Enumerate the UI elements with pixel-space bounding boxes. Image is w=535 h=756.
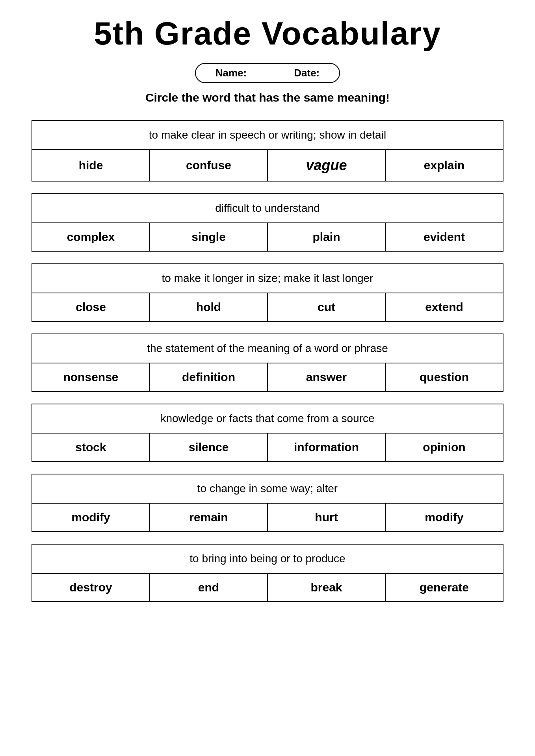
name-date-row: Name: Date: xyxy=(32,63,503,83)
instructions: Circle the word that has the same meanin… xyxy=(32,91,503,104)
vocab-table-7: to bring into being or to producedestroy… xyxy=(32,544,503,602)
page-title: 5th Grade Vocabulary xyxy=(32,16,503,51)
vocab-table-4: the statement of the meaning of a word o… xyxy=(32,334,503,392)
answer-5-2[interactable]: silence xyxy=(150,433,268,461)
answer-5-4[interactable]: opinion xyxy=(385,433,503,461)
answer-2-1[interactable]: complex xyxy=(32,223,150,251)
answer-2-2[interactable]: single xyxy=(150,223,268,251)
answer-4-2[interactable]: definition xyxy=(150,363,268,391)
answer-6-1[interactable]: modify xyxy=(32,503,150,532)
answer-3-4[interactable]: extend xyxy=(385,293,503,321)
answer-7-3[interactable]: break xyxy=(268,573,385,602)
definition-5: knowledge or facts that come from a sour… xyxy=(32,404,503,433)
name-date-box: Name: Date: xyxy=(195,63,340,83)
answer-2-4[interactable]: evident xyxy=(385,223,503,251)
answer-1-3[interactable]: vague xyxy=(268,150,385,181)
definition-7: to bring into being or to produce xyxy=(32,544,503,573)
date-label: Date: xyxy=(294,67,320,79)
vocab-table-1: to make clear in speech or writing; show… xyxy=(32,120,503,182)
definition-1: to make clear in speech or writing; show… xyxy=(32,120,503,150)
answer-7-4[interactable]: generate xyxy=(385,573,503,602)
vocab-table-3: to make it longer in size; make it last … xyxy=(32,263,503,322)
answer-7-1[interactable]: destroy xyxy=(32,573,150,602)
answer-3-3[interactable]: cut xyxy=(268,293,385,321)
definition-2: difficult to understand xyxy=(32,194,503,223)
answer-4-4[interactable]: question xyxy=(385,363,503,391)
answer-1-4[interactable]: explain xyxy=(385,150,503,181)
answer-4-1[interactable]: nonsense xyxy=(32,363,150,391)
answer-5-3[interactable]: information xyxy=(268,433,385,461)
answer-7-2[interactable]: end xyxy=(150,573,268,602)
answer-4-3[interactable]: answer xyxy=(268,363,385,391)
answer-6-3[interactable]: hurt xyxy=(268,503,385,532)
answer-3-1[interactable]: close xyxy=(32,293,150,321)
answer-6-4[interactable]: modify xyxy=(385,503,503,532)
definition-4: the statement of the meaning of a word o… xyxy=(32,334,503,363)
answer-3-2[interactable]: hold xyxy=(150,293,268,321)
answer-1-1[interactable]: hide xyxy=(32,150,150,181)
vocab-table-2: difficult to understandcomplexsingleplai… xyxy=(32,193,503,252)
tables-container: to make clear in speech or writing; show… xyxy=(32,120,503,602)
answer-5-1[interactable]: stock xyxy=(32,433,150,461)
definition-6: to change in some way; alter xyxy=(32,474,503,503)
answer-6-2[interactable]: remain xyxy=(150,503,268,532)
answer-1-2[interactable]: confuse xyxy=(150,150,268,181)
definition-3: to make it longer in size; make it last … xyxy=(32,264,503,293)
vocab-table-6: to change in some way; altermodifyremain… xyxy=(32,474,503,532)
vocab-table-5: knowledge or facts that come from a sour… xyxy=(32,404,503,462)
answer-2-3[interactable]: plain xyxy=(268,223,385,251)
name-label: Name: xyxy=(215,67,247,79)
